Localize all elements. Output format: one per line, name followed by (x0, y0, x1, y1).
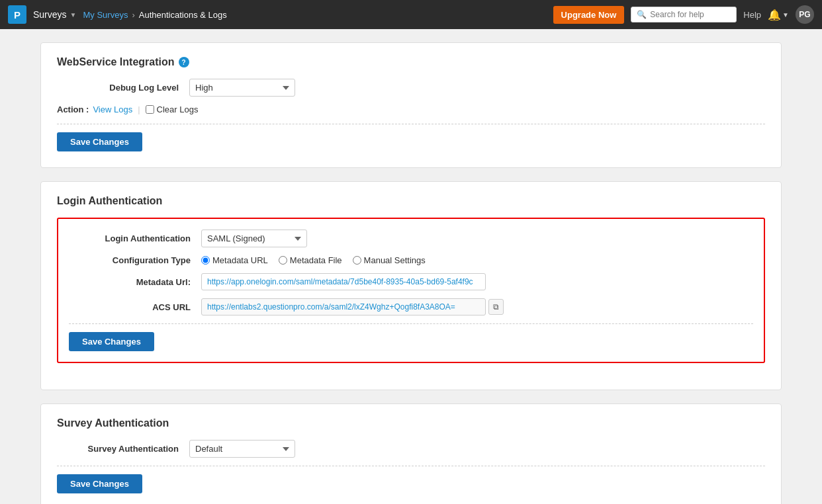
metadata-url-control (201, 273, 486, 290)
search-icon: 🔍 (637, 10, 647, 19)
search-input[interactable] (650, 10, 731, 19)
radio-metadata-file-text: Metadata File (290, 255, 342, 265)
debug-log-label: Debug Log Level (57, 83, 189, 93)
navbar: P Surveys ▼ My Surveys › Authentications… (0, 0, 822, 29)
radio-metadata-url[interactable] (201, 256, 210, 265)
webservice-help-icon[interactable]: ? (179, 57, 189, 67)
radio-manual[interactable] (353, 256, 361, 265)
survey-auth-title-text: Survey Authentication (57, 417, 169, 429)
metadata-url-input[interactable] (201, 273, 486, 290)
config-type-row: Configuration Type Metadata URL Metadata… (69, 255, 753, 265)
login-auth-title-text: Login Authentication (57, 195, 162, 207)
avatar[interactable]: PG (796, 5, 814, 24)
bell-chevron-icon: ▼ (782, 11, 789, 19)
action-row: Action : View Logs | Clear Logs (57, 105, 765, 114)
login-auth-select[interactable]: None SAML (Signed) SAML (Unsigned) (201, 230, 307, 247)
radio-metadata-url-text: Metadata URL (212, 255, 268, 265)
radio-metadata-file[interactable] (279, 256, 287, 265)
breadcrumb-separator: › (132, 10, 134, 20)
debug-log-row: Debug Log Level Low Medium High (57, 79, 765, 97)
webservice-section: WebService Integration ? Debug Log Level… (40, 42, 782, 168)
survey-auth-row: Survey Authentication Default Password P… (57, 440, 765, 458)
acs-url-row: ACS URL ⧉ (69, 298, 753, 315)
clear-logs-text: Clear Logs (157, 105, 199, 114)
debug-log-select[interactable]: Low Medium High (189, 79, 295, 97)
login-auth-title: Login Authentication (57, 195, 765, 207)
view-logs-link[interactable]: View Logs (93, 105, 132, 114)
radio-manual-label[interactable]: Manual Settings (353, 255, 426, 265)
webservice-title: WebService Integration ? (57, 56, 765, 68)
clear-logs-checkbox[interactable] (146, 105, 154, 114)
radio-manual-text: Manual Settings (364, 255, 426, 265)
breadcrumb-my-surveys[interactable]: My Surveys (83, 10, 128, 20)
login-auth-save-button[interactable]: Save Changes (69, 332, 154, 351)
help-label: Help (743, 10, 761, 20)
radio-metadata-url-label[interactable]: Metadata URL (201, 255, 268, 265)
config-type-control: Metadata URL Metadata File Manual Settin… (201, 255, 426, 265)
survey-auth-save-button[interactable]: Save Changes (57, 474, 142, 493)
surveys-label: Surveys (33, 9, 67, 20)
metadata-url-label: Metadata Url: (69, 277, 201, 287)
acs-input-wrapper: ⧉ (201, 298, 504, 315)
acs-url-input[interactable] (201, 298, 486, 315)
breadcrumb-current: Authentications & Logs (139, 10, 227, 20)
survey-auth-label: Survey Authentication (57, 444, 189, 454)
login-auth-label: Login Authentication (69, 233, 201, 243)
acs-url-control: ⧉ (201, 298, 504, 315)
login-auth-divider (69, 323, 753, 324)
survey-auth-divider (57, 466, 765, 466)
notifications-bell[interactable]: 🔔 ▼ (768, 9, 789, 21)
action-label: Action : (57, 105, 89, 114)
debug-log-control: Low Medium High (189, 79, 295, 97)
login-auth-row: Login Authentication None SAML (Signed) … (69, 230, 753, 247)
upgrade-button[interactable]: Upgrade Now (553, 6, 625, 24)
webservice-divider (57, 124, 765, 124)
surveys-chevron-icon: ▼ (70, 11, 77, 19)
config-type-label: Configuration Type (69, 255, 201, 265)
survey-auth-title: Survey Authentication (57, 417, 765, 429)
acs-copy-button[interactable]: ⧉ (488, 299, 504, 315)
webservice-title-text: WebService Integration (57, 56, 175, 68)
search-box[interactable]: 🔍 (631, 7, 737, 22)
acs-url-label: ACS URL (69, 302, 201, 312)
survey-auth-select[interactable]: Default Password Protected Panel Members… (189, 440, 295, 458)
surveys-dropdown[interactable]: Surveys ▼ (33, 9, 76, 20)
login-auth-control: None SAML (Signed) SAML (Unsigned) (201, 230, 307, 247)
logo-icon: P (8, 5, 26, 24)
metadata-url-row: Metadata Url: (69, 273, 753, 290)
breadcrumb: My Surveys › Authentications & Logs (83, 10, 226, 20)
clear-logs-label[interactable]: Clear Logs (146, 105, 199, 114)
login-auth-section: Login Authentication Login Authenticatio… (40, 181, 782, 390)
radio-metadata-file-label[interactable]: Metadata File (279, 255, 342, 265)
action-separator: | (138, 105, 140, 114)
main-content: WebService Integration ? Debug Log Level… (21, 29, 801, 504)
survey-auth-control: Default Password Protected Panel Members… (189, 440, 295, 458)
webservice-save-button[interactable]: Save Changes (57, 132, 142, 151)
login-auth-inner: Login Authentication None SAML (Signed) … (57, 218, 765, 363)
survey-auth-section: Survey Authentication Survey Authenticat… (40, 403, 782, 504)
